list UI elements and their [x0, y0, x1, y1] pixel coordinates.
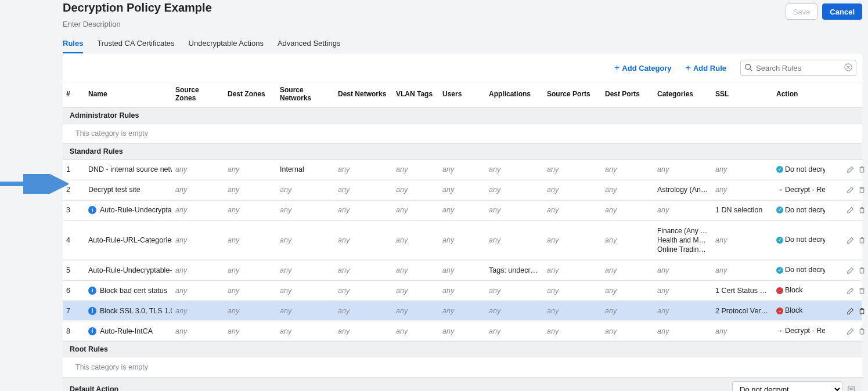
cell-any: any: [172, 281, 224, 300]
cell-any: any: [334, 322, 392, 341]
cell-any: any: [334, 261, 392, 280]
svg-rect-6: [860, 168, 864, 172]
tab-trusted-ca-certificates[interactable]: Trusted CA Certificates: [97, 35, 174, 53]
cell-any: any: [224, 322, 276, 341]
do-not-decrypt-icon: ✓: [776, 267, 783, 274]
cell-any: any: [654, 261, 712, 280]
edit-icon[interactable]: [847, 165, 855, 173]
cell-action: –Block: [773, 301, 825, 320]
edit-icon[interactable]: [847, 327, 855, 335]
cell-name: iBlock SSL 3.0, TLS 1.0: [85, 302, 172, 320]
edit-icon[interactable]: [847, 236, 855, 244]
table-row[interactable]: 7iBlock SSL 3.0, TLS 1.0anyanyanyanyanya…: [63, 301, 862, 321]
delete-icon[interactable]: [858, 287, 866, 295]
delete-icon[interactable]: [858, 236, 866, 244]
log-icon[interactable]: [847, 385, 855, 391]
delete-icon[interactable]: [858, 266, 866, 274]
do-not-decrypt-icon: ✓: [776, 237, 783, 244]
cell-any: any: [334, 201, 392, 219]
cell-any: any: [543, 302, 602, 320]
cell-action: →Decrypt - Resign: [773, 321, 825, 341]
column-header: SSL: [712, 86, 773, 103]
table-row[interactable]: 4Auto-Rule-URL-Categoriesanyanyanyanyany…: [63, 220, 862, 260]
cell-any: any: [712, 180, 773, 199]
column-header: Applications: [485, 86, 543, 103]
tab-advanced-settings[interactable]: Advanced Settings: [278, 35, 340, 53]
table-row[interactable]: 2Decrypt test siteanyanyanyanyanyanyanya…: [63, 180, 862, 200]
edit-icon[interactable]: [847, 307, 855, 315]
delete-icon[interactable]: [858, 206, 866, 214]
cell-any: any: [392, 322, 439, 341]
add-rule-button[interactable]: +Add Rule: [686, 63, 726, 73]
column-header: VLAN Tags: [392, 86, 439, 103]
info-icon[interactable]: i: [88, 327, 96, 335]
save-button[interactable]: Save: [786, 3, 818, 20]
delete-icon[interactable]: [858, 186, 866, 194]
delete-icon[interactable]: [858, 327, 866, 335]
cell-index: 5: [63, 261, 85, 280]
cell-any: any: [602, 322, 654, 341]
row-actions: [825, 281, 868, 300]
info-icon[interactable]: i: [88, 307, 96, 315]
cell-index: 2: [63, 180, 85, 199]
delete-icon[interactable]: [858, 165, 866, 173]
table-row[interactable]: 5Auto-Rule-Undecryptable-anyanyanyanyany…: [63, 260, 862, 280]
edit-icon[interactable]: [847, 287, 855, 295]
svg-rect-15: [860, 238, 864, 242]
default-action-select[interactable]: Do not decrypt: [732, 381, 842, 391]
cell-any: any: [172, 302, 224, 320]
column-header: Dest Zones: [224, 86, 276, 103]
table-row[interactable]: 1DND - internal source netwanyanyInterna…: [63, 160, 862, 180]
column-header: Name: [85, 86, 172, 103]
cell-any: any: [712, 322, 773, 341]
default-action-label: Default Action: [70, 385, 118, 391]
empty-category-msg: This category is empty: [63, 357, 862, 377]
info-icon[interactable]: i: [88, 287, 96, 295]
tab-rules[interactable]: Rules: [63, 35, 83, 53]
cell-any: any: [712, 231, 773, 249]
cell-any: any: [392, 201, 439, 219]
cell-any: any: [392, 180, 439, 199]
add-category-button[interactable]: +Add Category: [614, 63, 672, 73]
cancel-button[interactable]: Cancel: [822, 3, 862, 20]
column-header: Dest Networks: [334, 86, 392, 103]
cell-any: any: [224, 160, 276, 179]
column-header: Action: [773, 86, 825, 103]
cell-index: 3: [63, 201, 85, 219]
cell-any: any: [276, 322, 334, 341]
cell-categories: Finance (Any repHealth and MedicOnline T…: [654, 221, 712, 260]
cell-ssl: 2 Protocol Version: [712, 302, 773, 320]
block-icon: –: [776, 307, 783, 314]
description-field[interactable]: Enter Description: [63, 20, 862, 28]
info-icon[interactable]: i: [88, 206, 96, 214]
delete-icon[interactable]: [858, 307, 866, 315]
edit-icon[interactable]: [847, 206, 855, 214]
cell-any: any: [334, 281, 392, 300]
cell-any: any: [712, 160, 773, 179]
cell-ssl: 1 Cert Status sele: [712, 281, 773, 300]
table-row[interactable]: 3iAuto-Rule-Undecryptalanyanyanyanyanyan…: [63, 200, 862, 220]
search-icon: [744, 63, 752, 71]
edit-icon[interactable]: [847, 186, 855, 194]
tab-undecryptable-actions[interactable]: Undecryptable Actions: [189, 35, 264, 53]
cell-any: any: [654, 160, 712, 179]
cell-index: 1: [63, 160, 85, 179]
cell-any: any: [602, 231, 654, 249]
table-row[interactable]: 6iBlock bad cert statusanyanyanyanyanyan…: [63, 280, 862, 301]
cell-source-networks: Internal: [276, 160, 334, 179]
cell-any: any: [224, 261, 276, 280]
search-input[interactable]: [740, 60, 856, 76]
table-row[interactable]: 8iAuto-Rule-IntCAanyanyanyanyanyanyanyan…: [63, 321, 862, 341]
cell-any: any: [654, 281, 712, 300]
edit-icon[interactable]: [847, 266, 855, 274]
cell-any: any: [543, 281, 602, 300]
cell-any: any: [543, 180, 602, 199]
cell-name: Decrypt test site: [85, 180, 172, 199]
cell-any: any: [334, 302, 392, 320]
cell-any: any: [439, 231, 485, 249]
clear-search-icon[interactable]: [844, 63, 852, 71]
cell-any: any: [602, 201, 654, 219]
cell-any: any: [485, 160, 543, 179]
cell-any: any: [439, 180, 485, 199]
row-actions: [825, 302, 868, 320]
